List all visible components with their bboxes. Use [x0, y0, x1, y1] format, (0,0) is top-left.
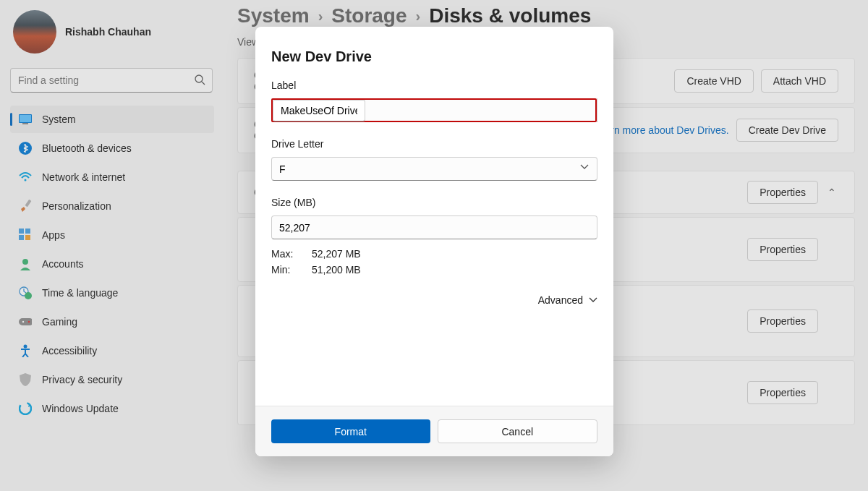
advanced-label: Advanced	[538, 294, 583, 306]
new-dev-drive-dialog: New Dev Drive Label Drive Letter Size (M…	[255, 27, 613, 456]
max-label: Max:	[271, 248, 312, 260]
dialog-title: New Dev Drive	[271, 48, 597, 65]
drive-letter-label: Drive Letter	[271, 138, 597, 150]
drive-letter-value[interactable]	[271, 157, 597, 181]
dialog-footer: Format Cancel	[255, 406, 613, 456]
max-value: 52,207 MB	[312, 248, 597, 260]
advanced-toggle[interactable]: Advanced	[271, 294, 597, 306]
cancel-button[interactable]: Cancel	[438, 419, 598, 443]
chevron-down-icon	[589, 296, 597, 304]
drive-label-input-extension[interactable]	[597, 98, 597, 122]
label-highlight	[271, 98, 597, 122]
format-button[interactable]: Format	[271, 419, 430, 443]
size-field-label: Size (MB)	[271, 197, 597, 208]
label-field-label: Label	[271, 80, 597, 91]
size-input[interactable]	[271, 215, 597, 239]
drive-letter-select[interactable]	[271, 157, 597, 181]
min-value: 51,200 MB	[312, 264, 597, 276]
min-label: Min:	[271, 264, 312, 276]
drive-label-input[interactable]	[273, 100, 365, 121]
